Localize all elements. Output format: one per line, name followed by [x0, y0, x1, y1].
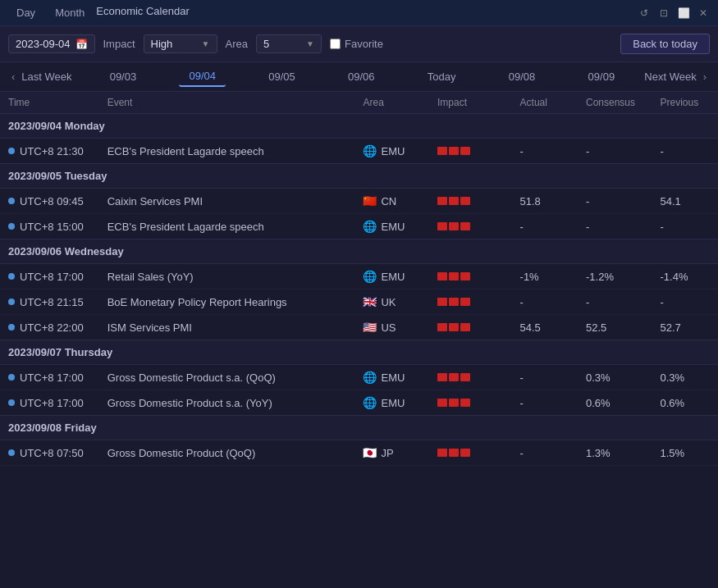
cell-consensus: 0.6% [578, 390, 652, 416]
table-container: Time Event Area Impact Actual Consensus … [0, 92, 718, 588]
cell-impact [429, 264, 512, 289]
cell-time: UTC+8 15:00 [0, 214, 99, 239]
close-icon[interactable]: ✕ [697, 7, 710, 20]
cell-actual: -1% [512, 264, 578, 289]
cell-area: 🌐EMU [354, 365, 429, 390]
th-event: Event [99, 92, 355, 114]
last-week-label[interactable]: Last Week [21, 71, 71, 83]
maximize-icon[interactable]: ⬜ [677, 7, 690, 20]
cell-actual: - [512, 390, 578, 416]
row-indicator [8, 374, 15, 381]
cell-event: BoE Monetary Policy Report Hearings [99, 289, 355, 315]
table-row[interactable]: UTC+8 07:50Gross Domestic Product (QoQ)🇯… [0, 440, 718, 466]
nav-day-0909[interactable]: 09/09 [579, 67, 625, 86]
favorite-label: Favorite [345, 38, 383, 50]
table-row[interactable]: UTC+8 17:00Retail Sales (YoY)🌐EMU-1%-1.2… [0, 264, 718, 289]
area-name: EMU [381, 145, 405, 157]
row-indicator [8, 273, 15, 280]
tab-day[interactable]: Day [8, 5, 43, 21]
cell-previous: 0.6% [652, 390, 718, 416]
cell-consensus: - [578, 189, 652, 214]
cell-consensus: 0.3% [578, 365, 652, 390]
impact-bars [437, 399, 504, 407]
chevron-down-icon: ▼ [202, 39, 210, 48]
cell-event: Gross Domestic Product s.a. (YoY) [99, 390, 355, 416]
cell-event: Gross Domestic Product s.a. (QoQ) [99, 365, 355, 390]
nav-day-0908[interactable]: 09/08 [499, 67, 546, 86]
cell-previous: - [652, 214, 718, 239]
table-row[interactable]: UTC+8 17:00Gross Domestic Product s.a. (… [0, 365, 718, 390]
next-week-label[interactable]: Next Week [644, 71, 696, 83]
impact-bars [437, 373, 504, 381]
cell-actual: 54.5 [512, 315, 578, 340]
cell-area: 🌐EMU [354, 390, 429, 416]
cell-actual: - [512, 214, 578, 239]
cell-time: UTC+8 17:00 [0, 390, 99, 416]
table-row[interactable]: UTC+8 21:15BoE Monetary Policy Report He… [0, 289, 718, 315]
cell-impact [429, 289, 512, 315]
th-impact: Impact [429, 92, 512, 114]
refresh-icon[interactable]: ↺ [638, 7, 651, 20]
date-value: 2023-09-04 [16, 38, 71, 50]
th-actual: Actual [512, 92, 578, 114]
area-name: EMU [381, 271, 405, 283]
cell-previous: 54.1 [652, 189, 718, 214]
row-indicator [8, 198, 15, 204]
cell-event: ISM Services PMI [99, 315, 355, 340]
table-row[interactable]: UTC+8 22:00ISM Services PMI🇺🇸US54.552.55… [0, 315, 718, 340]
section-header: 2023/09/07 Thursday [0, 340, 718, 365]
table-row[interactable]: UTC+8 15:00ECB's President Lagarde speec… [0, 214, 718, 239]
impact-bars [437, 272, 504, 280]
cell-time: UTC+8 17:00 [0, 365, 99, 390]
back-today-button[interactable]: Back to today [620, 34, 710, 54]
cell-event: ECB's President Lagarde speech [99, 139, 355, 164]
cell-impact [429, 365, 512, 390]
row-indicator [8, 148, 15, 154]
cell-consensus: 1.3% [578, 440, 652, 466]
nav-day-0904[interactable]: 09/04 [179, 66, 226, 87]
prev-arrow[interactable]: ‹ [8, 69, 18, 84]
th-consensus: Consensus [578, 92, 652, 114]
cell-event: Retail Sales (YoY) [99, 264, 355, 289]
cell-actual: - [512, 365, 578, 390]
nav-day-0903[interactable]: 09/03 [100, 67, 147, 86]
area-value: 5 [263, 38, 269, 50]
th-time: Time [0, 92, 99, 114]
impact-bars [437, 298, 504, 306]
cell-previous: 52.7 [652, 315, 718, 340]
cell-previous: 0.3% [652, 365, 718, 390]
country-flag: 🇯🇵 [363, 446, 377, 459]
cell-area: 🌐EMU [354, 214, 429, 239]
cell-time: UTC+8 09:45 [0, 189, 99, 214]
area-dropdown[interactable]: 5 ▼ [256, 34, 322, 53]
cell-consensus: 52.5 [578, 315, 652, 340]
toolbar: 2023-09-04 📅 Impact High ▼ Area 5 ▼ Favo… [0, 26, 718, 62]
favorite-checkbox[interactable] [330, 39, 341, 49]
cell-event: ECB's President Lagarde speech [99, 214, 355, 239]
area-name: EMU [381, 397, 405, 409]
cell-actual: - [512, 139, 578, 164]
table-row[interactable]: UTC+8 21:30ECB's President Lagarde speec… [0, 139, 718, 164]
nav-today[interactable]: Today [418, 67, 466, 86]
country-flag: 🌐 [363, 396, 377, 409]
table-row[interactable]: UTC+8 09:45Caixin Services PMI🇨🇳CN51.8-5… [0, 189, 718, 214]
cell-impact [429, 315, 512, 340]
impact-bars [437, 323, 504, 331]
date-picker[interactable]: 2023-09-04 📅 [8, 34, 95, 53]
tab-month[interactable]: Month [47, 5, 93, 21]
cell-impact [429, 139, 512, 164]
impact-label: Impact [103, 38, 135, 50]
favorite-checkbox-wrap[interactable]: Favorite [330, 38, 383, 50]
country-flag: 🌐 [363, 220, 377, 233]
info-icon[interactable]: ⊡ [657, 7, 670, 20]
nav-day-0905[interactable]: 09/05 [258, 67, 305, 86]
next-arrow[interactable]: › [700, 69, 710, 84]
impact-bars [437, 222, 504, 230]
table-row[interactable]: UTC+8 17:00Gross Domestic Product s.a. (… [0, 390, 718, 416]
cell-area: 🇨🇳CN [354, 189, 429, 214]
row-indicator [8, 299, 15, 305]
nav-bar: ‹ Last Week 09/03 09/04 09/05 09/06 Toda… [0, 62, 718, 92]
cell-event: Gross Domestic Product (QoQ) [99, 440, 355, 466]
nav-day-0906[interactable]: 09/06 [338, 67, 385, 86]
impact-dropdown[interactable]: High ▼ [144, 34, 217, 53]
